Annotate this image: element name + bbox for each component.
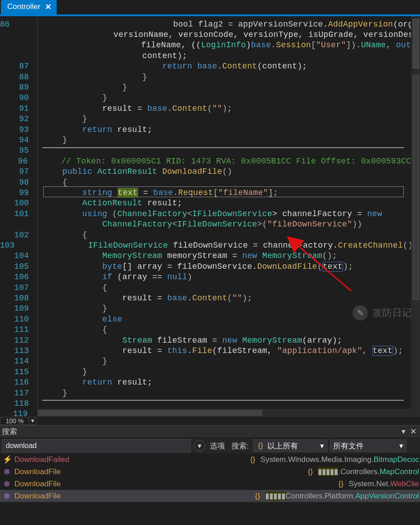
scope-value: 以上所有: [267, 441, 298, 451]
search-result-row[interactable]: ⊗DownloadFile{}▮▮▮▮▮.Controllers.MapCont…: [0, 466, 420, 478]
scroll-thumb[interactable]: [413, 19, 419, 68]
code-line[interactable]: // Token: 0x060005C1 RID: 1473 RVA: 0x00…: [36, 157, 411, 166]
line-number: 97: [0, 167, 37, 176]
files-value: 所有文件: [333, 441, 364, 451]
line-number: 107: [0, 283, 37, 292]
code-editor[interactable]: 86 bool flag2 = appVersionService.AddApp…: [0, 16, 420, 425]
code-line[interactable]: {: [37, 231, 87, 240]
close-icon[interactable]: ✕: [45, 2, 51, 12]
code-line[interactable]: }: [37, 83, 127, 92]
result-name: DownloadFile: [14, 480, 333, 489]
code-line[interactable]: Stream fileStream = new MemoryStream(arr…: [37, 336, 342, 345]
code-line[interactable]: return result;: [37, 378, 152, 387]
search-input[interactable]: [2, 439, 191, 453]
code-line[interactable]: versionName, versionCode, versionType, i…: [8, 30, 420, 39]
line-number: 109: [0, 304, 37, 313]
code-line[interactable]: }: [37, 367, 87, 376]
result-path: System.Net.WebClie: [348, 480, 419, 489]
scroll-thumb[interactable]: [413, 75, 419, 300]
code-line[interactable]: {: [37, 283, 107, 292]
scroll-thumb[interactable]: [38, 410, 262, 416]
line-number: 95: [0, 146, 37, 155]
line-number: 93: [0, 125, 37, 134]
code-line[interactable]: result = base.Content("");: [37, 104, 232, 113]
result-path: ▮▮▮▮▮Controllers.Platform.AppVersionCont…: [265, 491, 419, 501]
code-line[interactable]: IFileDownService fileDownService = chann…: [23, 241, 418, 250]
code-line[interactable]: byte[] array = fileDownService.DownLoadF…: [37, 262, 353, 271]
line-number: 117: [0, 389, 37, 398]
code-line[interactable]: else: [37, 315, 122, 324]
line-number: 91: [0, 104, 37, 113]
result-kind-icon: ⚡: [3, 455, 11, 464]
code-line[interactable]: fileName, ((LoginInfo)base.Session["User…: [36, 41, 411, 50]
line-number: 114: [0, 357, 37, 366]
code-line[interactable]: {: [37, 325, 107, 334]
code-line[interactable]: }: [37, 136, 68, 145]
tab-label: Controller: [7, 2, 41, 11]
result-kind-icon: ⊗: [3, 467, 11, 476]
code-line[interactable]: return result;: [37, 125, 152, 134]
code-line[interactable]: }: [37, 72, 147, 81]
brace-icon: {}: [257, 441, 265, 450]
line-number: 99: [0, 188, 37, 197]
code-line[interactable]: result = this.File(fileStream, "applicat…: [37, 346, 403, 355]
line-number: 100: [0, 199, 37, 208]
code-line[interactable]: if (array == null): [37, 272, 192, 281]
line-number: 115: [0, 367, 37, 376]
code-line[interactable]: ChannelFactory<IFileDownService>("fileDo…: [37, 220, 362, 229]
code-line[interactable]: }: [37, 357, 107, 366]
code-line[interactable]: using (ChannelFactory<IFileDownService> …: [37, 209, 382, 218]
result-kind-icon: ⊗: [3, 491, 11, 501]
result-path: ▮▮▮▮▮.Controllers.MapControl: [318, 467, 419, 476]
line-number: 116: [0, 378, 37, 387]
search-results: ⚡DownloadFailed{}System.Windows.Media.Im…: [0, 453, 420, 525]
line-number: 111: [0, 325, 37, 334]
line-number: 101: [0, 209, 37, 218]
code-line[interactable]: string text = base.Request["fileName"];: [37, 188, 278, 197]
brace-icon: {}: [253, 492, 262, 501]
code-line[interactable]: content);: [37, 51, 187, 60]
brace-icon: {}: [337, 480, 345, 489]
line-number: 106: [0, 272, 37, 281]
line-number: 90: [0, 93, 37, 102]
options-toggle-icon[interactable]: ▾: [194, 440, 205, 452]
pin-icon[interactable]: ▾: [398, 427, 408, 436]
line-number: 108: [0, 294, 37, 303]
result-name: DownloadFile: [14, 467, 303, 476]
code-line[interactable]: result = base.Content("");: [37, 294, 252, 303]
result-path: System.Windows.Media.Imaging.BitmapDecoc: [261, 455, 419, 464]
zoom-value[interactable]: 100 %: [0, 417, 29, 425]
line-number: 88: [0, 72, 37, 81]
horizontal-scrollbar[interactable]: [37, 409, 411, 417]
line-number: 112: [0, 336, 37, 345]
line-number: 103: [0, 241, 23, 250]
result-name: DownloadFailed: [14, 455, 245, 464]
code-line[interactable]: }: [37, 304, 107, 313]
code-line[interactable]: ActionResult result;: [37, 199, 182, 208]
code-line[interactable]: MemoryStream memoryStream = new MemorySt…: [37, 251, 337, 260]
code-line[interactable]: }: [37, 114, 87, 123]
active-tab[interactable]: Controller ✕: [1, 0, 57, 14]
vertical-scrollbar[interactable]: [411, 16, 420, 417]
close-icon[interactable]: ✕: [408, 427, 418, 436]
brace-icon: {}: [306, 467, 314, 476]
scope-label: 搜索:: [230, 441, 251, 451]
zoom-bar: 100 % ▾: [0, 417, 420, 425]
code-line[interactable]: }: [37, 389, 68, 398]
line-number: 86: [0, 20, 18, 29]
code-line[interactable]: return base.Content(content);: [37, 62, 307, 71]
search-result-row[interactable]: ⚡DownloadFailed{}System.Windows.Media.Im…: [0, 453, 420, 466]
result-kind-icon: ⊗: [3, 479, 11, 489]
search-result-row[interactable]: ⊗DownloadFile{}System.Net.WebClie: [0, 478, 420, 490]
code-line[interactable]: }: [37, 93, 107, 102]
zoom-dropdown-icon[interactable]: ▾: [29, 417, 36, 425]
panel-title: 搜索: [2, 426, 398, 437]
scope-dropdown[interactable]: {} 以上所有 ▾: [253, 439, 327, 452]
line-number: 113: [0, 346, 37, 355]
code-line[interactable]: bool flag2 = appVersionService.AddAppVer…: [18, 20, 420, 29]
line-number: 92: [0, 114, 37, 123]
code-line[interactable]: {: [37, 178, 68, 187]
code-line[interactable]: public ActionResult DownloadFile(): [37, 167, 232, 176]
files-dropdown[interactable]: 所有文件 ▾: [330, 439, 406, 452]
search-result-row[interactable]: ⊗DownloadFile{}▮▮▮▮▮Controllers.Platform…: [0, 490, 420, 502]
